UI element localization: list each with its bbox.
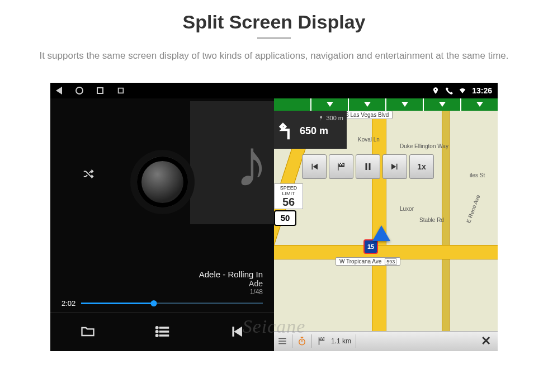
map-label: Stable Rd	[419, 217, 444, 223]
destination-flag-icon[interactable]	[316, 336, 327, 346]
svg-rect-13	[366, 163, 367, 170]
track-index: 1/48	[62, 288, 263, 296]
lane-arrow-icon	[327, 102, 333, 107]
svg-rect-20	[319, 337, 320, 338]
svg-rect-23	[323, 338, 324, 339]
svg-rect-7	[159, 335, 168, 336]
svg-point-6	[155, 334, 158, 337]
turn-distance: 650 m	[300, 125, 328, 137]
svg-rect-19	[319, 337, 320, 345]
lane-arrow-icon	[401, 102, 408, 107]
phone-icon	[445, 87, 453, 95]
svg-rect-21	[322, 337, 323, 338]
street-label-bottom: W Tropicana Ave 593	[336, 257, 400, 266]
road	[372, 111, 386, 331]
title-underline	[257, 37, 291, 39]
jog-dial[interactable]	[130, 150, 195, 214]
clock: 13:26	[472, 86, 492, 95]
svg-point-4	[155, 330, 158, 333]
svg-rect-5	[159, 331, 168, 332]
demo-speed-button[interactable]: 1x	[409, 154, 434, 179]
location-icon	[432, 87, 440, 95]
navigation-pane: Koval Ln Duke Ellington Way iles St Luxo…	[274, 83, 498, 351]
playback-rate-label: 1x	[417, 162, 426, 171]
back-icon[interactable]	[56, 87, 62, 95]
speed-limit-sign: SPEED LIMIT 56	[274, 183, 303, 209]
svg-rect-11	[340, 164, 341, 165]
map-label: E Reno Ave	[465, 193, 481, 223]
turn-instruction-panel: 300 m 650 m	[274, 111, 347, 149]
skip-previous-icon	[229, 324, 244, 339]
skip-back-icon	[309, 162, 319, 172]
track-artist: Ade	[62, 279, 263, 288]
map-label: iles St	[470, 172, 485, 178]
svg-rect-1	[119, 88, 123, 92]
interstate-shield: 15	[363, 239, 378, 254]
demo-next-button[interactable]	[382, 154, 407, 179]
remaining-distance: 1.1 km	[331, 337, 351, 345]
android-status-bar: 13:26	[50, 83, 498, 98]
page-title: Split Screen Display	[22, 11, 526, 33]
menu-icon[interactable]	[277, 336, 287, 346]
timer-icon[interactable]	[297, 336, 307, 346]
skip-forward-icon	[390, 162, 400, 172]
lane-guidance-strip	[274, 98, 498, 111]
svg-rect-12	[342, 164, 343, 165]
lane-arrow-icon	[476, 102, 483, 107]
music-note-icon: ♪	[235, 124, 268, 201]
close-button[interactable]: ✕	[478, 334, 494, 348]
map-label: Koval Ln	[358, 136, 380, 143]
track-title: Adele - Rolling In	[62, 270, 263, 279]
demo-flag-button[interactable]	[329, 154, 353, 179]
device-screenshot: 13:26 ♪ Adele - Rolling In Ade 1/48 2:02	[50, 83, 498, 351]
shuffle-icon[interactable]	[81, 168, 96, 180]
svg-rect-8	[338, 163, 339, 171]
wifi-icon	[459, 87, 466, 95]
map-canvas[interactable]: Koval Ln Duke Ellington Way iles St Luxo…	[274, 111, 498, 331]
svg-point-2	[155, 327, 158, 329]
demo-pause-button[interactable]	[356, 154, 380, 179]
map-label: Luxor	[400, 206, 414, 212]
street-label-top: S Las Vegas Blvd	[341, 111, 393, 119]
list-icon	[154, 324, 170, 339]
svg-rect-14	[369, 163, 371, 170]
lane-arrow-icon	[439, 102, 446, 107]
folder-icon	[80, 324, 96, 339]
svg-rect-15	[278, 338, 286, 339]
gps-cursor-icon	[372, 225, 390, 241]
demo-prev-button[interactable]	[302, 154, 327, 179]
map-label: Duke Ellington Way	[400, 143, 448, 149]
svg-rect-9	[339, 163, 340, 164]
recents-icon[interactable]	[97, 87, 103, 94]
route-sign: 50	[274, 210, 296, 226]
home-icon[interactable]	[75, 87, 83, 95]
turn-left-icon	[277, 122, 296, 141]
music-player-pane: ♪ Adele - Rolling In Ade 1/48 2:02	[50, 83, 274, 351]
pause-icon	[363, 162, 373, 172]
svg-rect-17	[278, 343, 286, 344]
svg-rect-10	[341, 163, 342, 164]
svg-rect-22	[321, 338, 322, 339]
nav-bottom-bar: 1.1 km ✕	[274, 331, 498, 351]
playlist-button[interactable]	[125, 313, 199, 351]
close-icon: ✕	[481, 334, 491, 348]
svg-rect-16	[278, 341, 286, 342]
previous-button[interactable]	[200, 313, 274, 351]
route-demo-controls: 1x	[302, 154, 434, 179]
page-subtitle: It supports the same screen display of t…	[34, 49, 514, 63]
checkered-flag-icon	[336, 162, 346, 172]
seek-bar[interactable]	[81, 303, 263, 304]
next-turn-distance: 300 m	[326, 115, 343, 121]
svg-rect-3	[159, 327, 168, 328]
next-turn-icon	[316, 114, 324, 122]
screenshot-icon	[117, 87, 125, 95]
elapsed-time: 2:02	[62, 299, 75, 308]
lane-arrow-icon	[364, 102, 371, 107]
folder-button[interactable]	[50, 313, 125, 351]
